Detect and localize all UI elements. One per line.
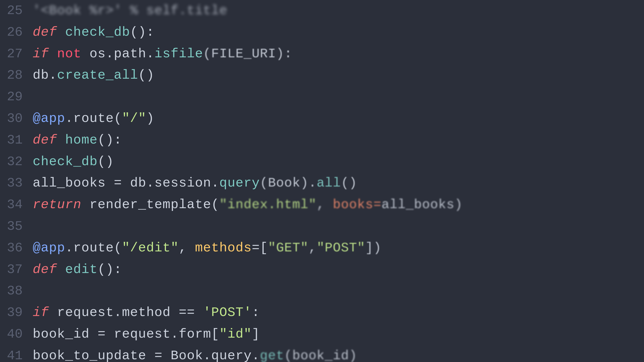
code-content: all_books = db.session.query(Book).all()	[33, 172, 357, 194]
line-number: 37	[0, 259, 33, 281]
code-token: "index.html"	[219, 197, 317, 212]
code-token: "GET"	[268, 241, 308, 255]
code-token: return	[33, 197, 81, 212]
code-token: 'POST'	[203, 305, 252, 320]
code-token: db.	[33, 68, 57, 83]
code-token: edit	[65, 262, 98, 277]
code-token: book_id	[33, 327, 90, 342]
code-token: "POST"	[317, 241, 365, 255]
code-line: 33 all_books = db.session.query(Book).al…	[0, 172, 644, 194]
code-token: book_to_update	[33, 348, 146, 362]
code-line: 34 return render_template("index.html", …	[0, 194, 644, 216]
code-token: if	[33, 47, 49, 61]
code-content: book_to_update = Book.query.get(book_id)	[33, 345, 357, 362]
code-token: =[	[252, 241, 268, 255]
line-number: 34	[0, 194, 33, 216]
code-token: (FILE_URI):	[203, 47, 292, 61]
line-number: 25	[0, 0, 33, 22]
code-content: @app.route("/edit", methods=["GET","POST…	[33, 237, 382, 259]
code-line: 37def edit():	[0, 259, 644, 281]
line-number: 39	[0, 302, 33, 324]
code-content: db.create_all()	[33, 65, 154, 86]
code-token: ()	[341, 176, 357, 191]
code-token: query	[219, 176, 260, 191]
code-token	[57, 262, 65, 277]
code-line: 27 if not os.path.isfile(FILE_URI):	[0, 43, 644, 65]
code-token: def	[33, 133, 57, 148]
code-token: def	[33, 262, 57, 277]
code-token: check_db	[33, 154, 98, 169]
code-token: all_books	[33, 176, 106, 191]
code-token: isfile	[154, 47, 203, 61]
line-number: 41	[0, 345, 33, 362]
code-token: not	[57, 47, 82, 61]
code-line: 26def check_db():	[0, 22, 644, 43]
code-token: ==	[179, 305, 195, 320]
code-token: (Book).	[260, 176, 317, 191]
line-number: 32	[0, 151, 33, 173]
code-token: =	[146, 348, 171, 362]
code-line: 35	[0, 216, 644, 237]
code-token: '<Book %r>' % self.title	[33, 3, 227, 18]
code-line: 39 if request.method == 'POST':	[0, 302, 644, 324]
code-token: check_db	[65, 25, 130, 40]
code-line: 40 book_id = request.form["id"]	[0, 324, 644, 345]
code-token: "/edit"	[122, 241, 179, 255]
code-token: render_template(	[81, 197, 219, 212]
code-line: 31def home():	[0, 129, 644, 151]
line-number: 38	[0, 280, 33, 302]
code-token	[57, 25, 65, 40]
line-number: 36	[0, 237, 33, 259]
code-token: books=	[333, 197, 381, 212]
code-token: request.method	[49, 305, 179, 320]
code-line: 28 db.create_all()	[0, 65, 644, 86]
code-token: ()	[138, 68, 154, 83]
code-line: 29	[0, 86, 644, 108]
code-token: ,	[179, 241, 195, 255]
line-number: 29	[0, 86, 33, 108]
code-token: all_books	[382, 197, 455, 212]
code-content: def edit():	[33, 259, 122, 281]
code-token: @app	[33, 241, 65, 255]
code-token: ():	[130, 25, 154, 40]
code-token: get	[260, 348, 284, 362]
code-token: =	[106, 176, 130, 191]
code-content: return render_template("index.html", boo…	[33, 194, 463, 216]
line-number: 28	[0, 65, 33, 86]
code-line: 41 book_to_update = Book.query.get(book_…	[0, 345, 644, 362]
code-token: def	[33, 25, 57, 40]
code-line: 38	[0, 280, 644, 302]
code-token	[57, 133, 65, 148]
code-line: 25 '<Book %r>' % self.title	[0, 0, 644, 22]
code-content: if request.method == 'POST':	[33, 302, 260, 324]
code-content: if not os.path.isfile(FILE_URI):	[33, 43, 292, 65]
code-token: create_all	[57, 68, 138, 83]
code-line: 30@app.route("/")	[0, 108, 644, 129]
line-number: 27	[0, 43, 33, 65]
code-token: ]	[252, 327, 260, 342]
code-token: request.form[	[114, 327, 219, 342]
code-token: os.path.	[82, 47, 154, 61]
code-token: ])	[365, 241, 382, 255]
code-token: (book_id)	[284, 348, 357, 362]
code-token: :	[252, 305, 260, 320]
code-token: all	[317, 176, 341, 191]
code-token	[195, 305, 203, 320]
line-number: 33	[0, 172, 33, 194]
code-token: Book.query.	[171, 348, 260, 362]
code-content: def home():	[33, 129, 122, 151]
line-number: 30	[0, 108, 33, 129]
code-content: book_id = request.form["id"]	[33, 324, 260, 345]
code-token: .route(	[65, 241, 122, 255]
code-token: "/"	[122, 111, 146, 126]
code-token: ():	[98, 133, 122, 148]
line-number: 35	[0, 216, 33, 237]
code-token: ,	[317, 197, 333, 212]
code-token: if	[33, 305, 49, 320]
line-number: 31	[0, 129, 33, 151]
code-token: =	[90, 327, 114, 342]
code-token: ():	[98, 262, 122, 277]
code-content: '<Book %r>' % self.title	[33, 0, 227, 22]
code-line: 32 check_db()	[0, 151, 644, 173]
code-token: ,	[308, 241, 316, 255]
